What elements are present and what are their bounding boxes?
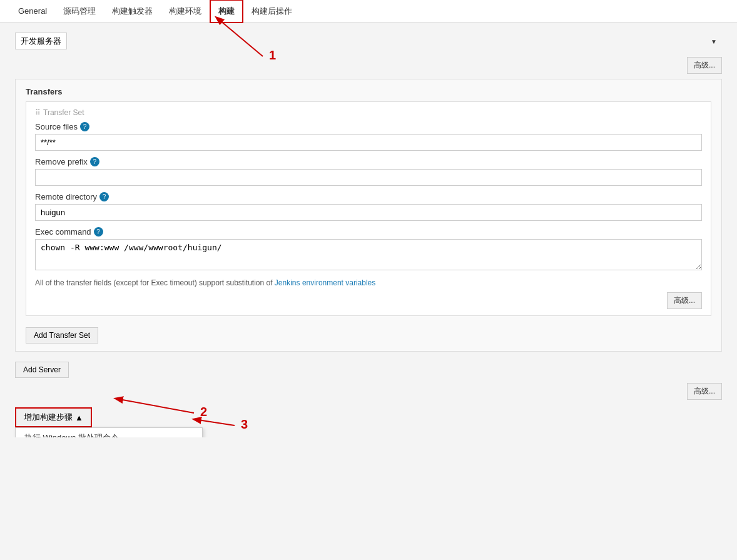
tab-post-build[interactable]: 构建后操作 (243, 0, 300, 23)
add-server-button[interactable]: Add Server (15, 362, 69, 378)
dropdown-item-windows-batch[interactable]: 执行 Windows 批处理命令 (16, 428, 202, 437)
transfers-title: Transfers (26, 87, 711, 96)
transfer-set-header: ⠿ Transfer Set (35, 108, 702, 117)
exec-command-row: Exec command ? chown -R www:www /www/www… (35, 227, 702, 272)
advanced-button-top[interactable]: 高级... (687, 57, 722, 74)
remove-prefix-help-icon[interactable]: ? (90, 157, 99, 166)
exec-command-help-icon[interactable]: ? (94, 227, 103, 237)
advanced-row-bottom: 高级... (35, 292, 702, 309)
server-select[interactable]: 开发服务器 (15, 33, 67, 49)
tab-build[interactable]: 构建 (210, 0, 243, 23)
bottom-advanced-row: 高级... (15, 383, 722, 400)
top-navigation: General 源码管理 构建触发器 构建环境 构建 构建后操作 (0, 0, 737, 23)
add-build-step-button[interactable]: 增加构建步骤 ▲ (15, 407, 92, 427)
add-build-step-label: 增加构建步骤 (24, 412, 73, 423)
source-files-label: Source files ? (35, 122, 702, 131)
remove-prefix-label: Remove prefix ? (35, 157, 702, 166)
tab-general[interactable]: General (10, 1, 55, 21)
info-text: All of the transfer fields (except for E… (35, 278, 702, 287)
advanced-button-transfer[interactable]: 高级... (667, 292, 702, 309)
tab-build-env[interactable]: 构建环境 (161, 0, 210, 23)
advanced-button-bottom[interactable]: 高级... (687, 383, 722, 400)
jenkins-env-link[interactable]: Jenkins environment variables (275, 278, 375, 287)
source-files-row: Source files ? (35, 122, 702, 151)
transfer-set-label: Transfer Set (43, 108, 84, 117)
tab-build-trigger[interactable]: 构建触发器 (104, 0, 161, 23)
remote-directory-help-icon[interactable]: ? (99, 192, 109, 201)
exec-command-textarea[interactable]: chown -R www:www /www/wwwroot/huigun/ (35, 239, 702, 270)
tab-source-mgmt[interactable]: 源码管理 (55, 0, 104, 23)
add-build-step-dropdown: 执行 Windows 批处理命令 执行 shell Invoke Ant Inv… (15, 427, 203, 437)
server-row: 开发服务器 (15, 33, 722, 49)
drag-icon: ⠿ (35, 108, 41, 117)
add-transfer-set-button[interactable]: Add Transfer Set (26, 327, 98, 344)
source-files-input[interactable] (35, 134, 702, 151)
transfers-section: Transfers ⠿ Transfer Set Source files ? (15, 79, 722, 352)
server-select-wrapper: 开发服务器 (15, 33, 722, 49)
remote-directory-input[interactable] (35, 204, 702, 221)
remove-prefix-row: Remove prefix ? (35, 157, 702, 186)
exec-command-label: Exec command ? (35, 227, 702, 237)
add-build-step-arrow: ▲ (75, 413, 83, 422)
remote-directory-label: Remote directory ? (35, 192, 702, 201)
remote-directory-row: Remote directory ? (35, 192, 702, 221)
remove-prefix-input[interactable] (35, 169, 702, 186)
main-content: 开发服务器 高级... Transfers ⠿ Transfer Set Sou… (0, 23, 737, 437)
source-files-help-icon[interactable]: ? (80, 122, 89, 131)
add-build-step-area: 增加构建步骤 ▲ 执行 Windows 批处理命令 执行 shell Invok… (15, 407, 722, 427)
